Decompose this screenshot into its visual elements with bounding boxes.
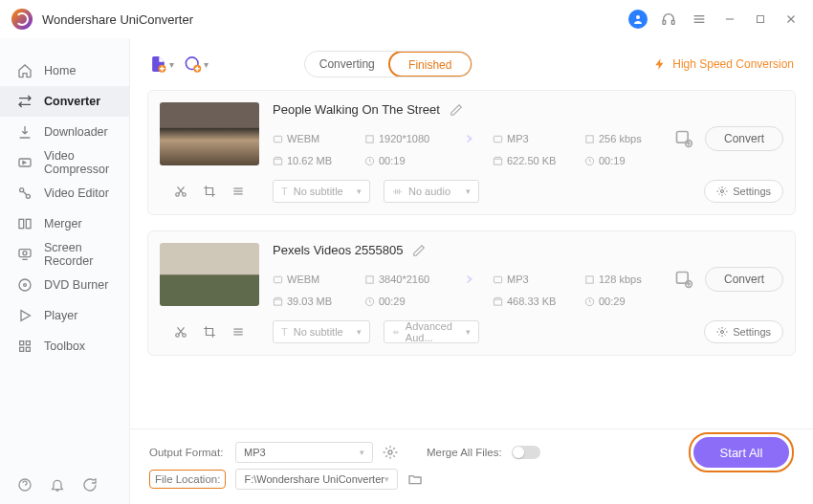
feedback-icon[interactable] <box>82 477 98 493</box>
high-speed-label: High Speed Conversion <box>672 57 794 71</box>
menu-icon[interactable] <box>689 9 710 30</box>
settings-button[interactable]: Settings <box>704 320 783 343</box>
sidebar-item-merger[interactable]: Merger <box>0 208 129 239</box>
start-all-highlight: Start All <box>689 432 794 472</box>
app-title: Wondershare UniConverter <box>42 12 193 27</box>
rename-icon[interactable] <box>412 244 426 257</box>
sidebar-label: DVD Burner <box>44 278 108 292</box>
convert-button[interactable]: Convert <box>705 267 783 292</box>
svg-point-55 <box>721 331 724 334</box>
user-avatar[interactable] <box>627 9 648 30</box>
trim-icon[interactable] <box>174 325 187 339</box>
thumbnail[interactable] <box>160 243 259 306</box>
svg-rect-15 <box>19 250 31 257</box>
bell-icon[interactable] <box>50 477 65 493</box>
body: Home Converter Downloader Video Compress… <box>0 38 813 504</box>
tab-segmented: Converting Finished <box>304 51 472 77</box>
sidebar-label: Video Editor <box>44 186 109 200</box>
file-location-label: File Location: <box>149 470 226 489</box>
effects-icon[interactable] <box>231 185 245 198</box>
convert-button[interactable]: Convert <box>705 126 783 151</box>
trim-icon[interactable] <box>174 185 187 198</box>
main-panel: ▾ ▾ Converting Finished High Speed Conve… <box>130 38 813 504</box>
svg-rect-13 <box>19 219 24 228</box>
audio-dropdown[interactable]: Advanced Aud...▾ <box>384 320 479 343</box>
sidebar-item-home[interactable]: Home <box>0 55 129 86</box>
subtitle-dropdown[interactable]: TNo subtitle▾ <box>273 180 370 203</box>
app-window: Wondershare UniConverter Home Converter … <box>0 0 813 504</box>
sidebar-item-player[interactable]: Player <box>0 300 129 331</box>
sidebar-label: Video Compressor <box>44 149 112 176</box>
svg-rect-44 <box>494 276 501 282</box>
subtitle-dropdown[interactable]: TNo subtitle▾ <box>273 320 370 343</box>
file-card: Pexels Videos 2555805 WEBM 3840*2160 MP3… <box>147 230 796 356</box>
rename-icon[interactable] <box>450 103 463 117</box>
open-folder-icon[interactable] <box>407 471 423 487</box>
svg-rect-14 <box>26 219 31 228</box>
svg-rect-30 <box>494 136 501 142</box>
svg-rect-23 <box>26 347 30 351</box>
svg-rect-1 <box>663 20 666 24</box>
settings-button[interactable]: Settings <box>704 180 783 203</box>
file-card: People Walking On The Street WEBM 1920*1… <box>147 90 796 215</box>
svg-point-16 <box>23 252 27 255</box>
svg-point-18 <box>24 284 27 287</box>
svg-rect-20 <box>20 341 24 345</box>
maximize-button[interactable] <box>750 9 771 30</box>
svg-rect-31 <box>586 135 593 142</box>
minimize-button[interactable] <box>719 9 740 30</box>
svg-rect-7 <box>758 16 764 23</box>
crop-icon[interactable] <box>203 185 216 198</box>
output-settings-icon[interactable] <box>674 270 693 289</box>
file-location-dropdown[interactable]: F:\Wondershare UniConverter▾ <box>235 469 398 490</box>
thumbnail[interactable] <box>160 102 259 165</box>
start-all-button[interactable]: Start All <box>693 437 789 468</box>
tab-converting[interactable]: Converting <box>305 52 389 77</box>
crop-icon[interactable] <box>203 325 216 339</box>
format-settings-icon[interactable] <box>383 445 398 460</box>
output-settings-icon[interactable] <box>674 129 693 148</box>
sidebar-label: Merger <box>44 217 82 230</box>
svg-rect-43 <box>366 275 373 282</box>
svg-point-17 <box>19 279 31 291</box>
sidebar-item-recorder[interactable]: Screen Recorder <box>0 239 129 270</box>
svg-point-56 <box>388 450 392 454</box>
add-file-button[interactable]: ▾ <box>149 52 174 77</box>
sidebar-item-editor[interactable]: Video Editor <box>0 178 129 208</box>
sidebar: Home Converter Downloader Video Compress… <box>0 38 130 504</box>
sidebar-label: Downloader <box>44 125 108 139</box>
arrow-icon <box>454 268 477 291</box>
add-folder-button[interactable]: ▾ <box>184 52 209 77</box>
svg-rect-21 <box>26 341 30 345</box>
headset-icon[interactable] <box>658 9 679 30</box>
arrow-icon <box>454 127 477 150</box>
tab-finished[interactable]: Finished <box>388 51 472 77</box>
audio-dropdown[interactable]: No audio▾ <box>384 180 479 203</box>
svg-rect-22 <box>20 347 24 351</box>
effects-icon[interactable] <box>231 325 245 339</box>
svg-rect-42 <box>274 276 281 282</box>
svg-point-41 <box>721 190 724 193</box>
sidebar-label: Home <box>44 64 76 77</box>
sidebar-footer <box>0 466 129 504</box>
svg-rect-29 <box>366 135 373 142</box>
app-logo <box>11 9 33 30</box>
file-title: Pexels Videos 2555805 <box>273 243 403 257</box>
sidebar-label: Player <box>44 309 77 322</box>
high-speed-badge[interactable]: High Speed Conversion <box>653 57 794 71</box>
sidebar-item-compressor[interactable]: Video Compressor <box>0 147 129 178</box>
output-format-dropdown[interactable]: MP3▾ <box>235 442 373 463</box>
svg-point-0 <box>636 15 640 19</box>
sidebar-label: Screen Recorder <box>44 241 112 268</box>
help-icon[interactable] <box>17 477 33 493</box>
sidebar-item-downloader[interactable]: Downloader <box>0 117 129 147</box>
close-button[interactable] <box>780 9 802 30</box>
merge-label: Merge All Files: <box>427 447 502 458</box>
sidebar-item-toolbox[interactable]: Toolbox <box>0 331 129 362</box>
lightning-icon <box>653 57 667 71</box>
svg-rect-28 <box>274 136 281 142</box>
merge-toggle[interactable] <box>512 446 540 459</box>
sidebar-item-converter[interactable]: Converter <box>0 86 129 117</box>
file-title: People Walking On The Street <box>273 102 440 117</box>
sidebar-item-dvd[interactable]: DVD Burner <box>0 270 129 300</box>
